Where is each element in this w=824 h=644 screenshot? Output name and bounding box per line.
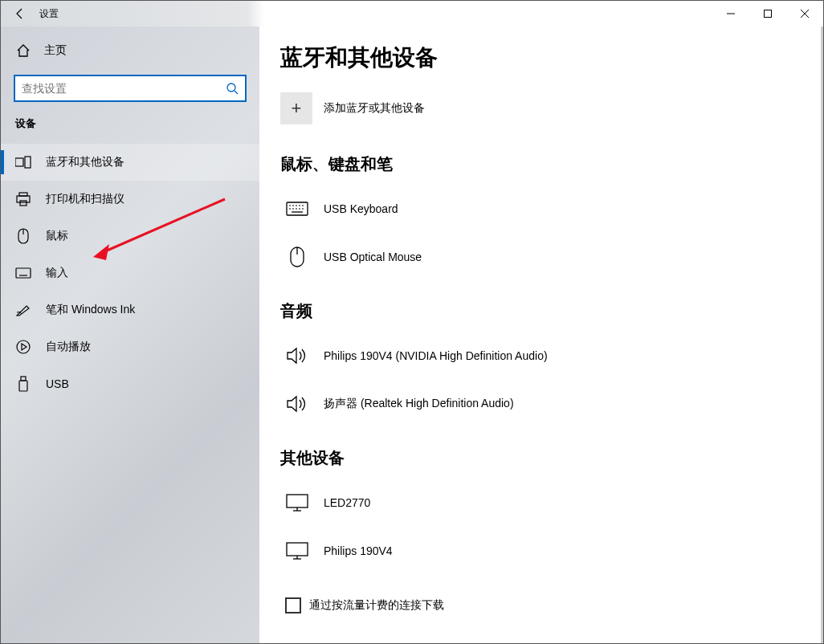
sidebar-item-label: 笔和 Windows Ink (46, 303, 135, 317)
device-row-keyboard[interactable]: USB Keyboard (280, 185, 823, 233)
keyboard-device-icon (285, 202, 309, 216)
minimize-icon (726, 9, 736, 18)
back-arrow-icon (14, 7, 27, 20)
section-heading-input: 鼠标、键盘和笔 (280, 153, 823, 175)
svg-rect-11 (16, 268, 31, 278)
sidebar-item-mouse[interactable]: 鼠标 (1, 218, 259, 255)
svg-rect-30 (287, 495, 308, 507)
sidebar-item-autoplay[interactable]: 自动播放 (1, 328, 259, 365)
svg-rect-4 (15, 158, 23, 166)
section-heading-other: 其他设备 (280, 447, 823, 469)
svg-point-2 (227, 84, 235, 92)
sidebar-item-printers[interactable]: 打印机和扫描仪 (1, 181, 259, 218)
device-label: Philips 190V4 (NVIDIA High Definition Au… (324, 349, 548, 362)
svg-rect-7 (17, 196, 30, 202)
add-device-button[interactable]: + (280, 92, 312, 124)
pen-icon (15, 303, 31, 317)
close-button[interactable] (786, 1, 823, 26)
home-nav[interactable]: 主页 (1, 35, 259, 67)
speaker-icon (285, 394, 309, 414)
device-row-mouse[interactable]: USB Optical Mouse (280, 233, 823, 281)
svg-point-13 (17, 340, 30, 353)
home-icon (15, 43, 31, 58)
mouse-device-icon (285, 247, 309, 267)
sidebar-item-pen[interactable]: 笔和 Windows Ink (1, 291, 259, 328)
device-row-other-1[interactable]: LED2770 (280, 479, 823, 527)
svg-line-3 (235, 91, 238, 94)
svg-rect-14 (21, 377, 26, 381)
sidebar-item-label: 自动播放 (46, 340, 91, 354)
device-row-other-2[interactable]: Philips 190V4 (280, 527, 823, 575)
add-device-row[interactable]: + 添加蓝牙或其他设备 (280, 92, 823, 124)
metered-download-checkbox-row[interactable]: 通过按流量计费的连接下载 (280, 597, 823, 613)
printer-icon (15, 192, 31, 206)
sidebar: 主页 设备 蓝牙和其他设备 打印机和扫描仪 鼠标 (1, 26, 259, 643)
sidebar-group-label: 设备 (1, 115, 259, 131)
plus-icon: + (292, 98, 302, 119)
minimize-button[interactable] (712, 1, 749, 26)
svg-rect-33 (287, 543, 308, 556)
sidebar-item-bluetooth-devices[interactable]: 蓝牙和其他设备 (1, 144, 259, 181)
svg-rect-15 (19, 381, 27, 391)
device-row-audio-1[interactable]: Philips 190V4 (NVIDIA High Definition Au… (280, 332, 823, 380)
sidebar-item-label: 输入 (46, 266, 68, 280)
maximize-icon (763, 9, 773, 18)
svg-rect-1 (765, 10, 772, 18)
search-box[interactable] (14, 75, 247, 102)
maximize-button[interactable] (749, 1, 786, 26)
scrollbar[interactable] (821, 26, 823, 643)
section-heading-audio: 音频 (280, 300, 823, 322)
device-label: USB Keyboard (324, 202, 398, 215)
bluetooth-devices-icon (15, 156, 31, 169)
close-icon (800, 9, 810, 18)
sidebar-item-label: 打印机和扫描仪 (46, 192, 124, 206)
sidebar-item-usb[interactable]: USB (1, 365, 259, 402)
usb-icon (15, 376, 31, 392)
home-label: 主页 (44, 43, 67, 58)
main-panel: 蓝牙和其他设备 + 添加蓝牙或其他设备 鼠标、键盘和笔 USB Keyboard… (259, 26, 823, 643)
device-label: 扬声器 (Realtek High Definition Audio) (324, 397, 514, 411)
checkbox-unchecked[interactable] (285, 597, 301, 613)
search-input[interactable] (22, 82, 226, 95)
svg-rect-5 (25, 157, 31, 168)
sidebar-item-label: 鼠标 (46, 229, 68, 243)
mouse-icon (15, 228, 31, 244)
add-device-label: 添加蓝牙或其他设备 (324, 101, 425, 116)
sidebar-item-typing[interactable]: 输入 (1, 255, 259, 291)
back-button[interactable] (1, 1, 39, 26)
sidebar-item-label: 蓝牙和其他设备 (46, 155, 124, 169)
device-row-audio-2[interactable]: 扬声器 (Realtek High Definition Audio) (280, 380, 823, 428)
title-bar: 设置 (1, 1, 823, 26)
search-icon (226, 82, 239, 95)
sidebar-item-label: USB (46, 377, 69, 390)
page-title: 蓝牙和其他设备 (280, 43, 823, 73)
device-label: Philips 190V4 (324, 544, 393, 557)
svg-rect-6 (19, 193, 27, 196)
monitor-icon (285, 542, 309, 560)
svg-rect-8 (20, 201, 27, 206)
window-title: 设置 (39, 7, 59, 21)
device-label: LED2770 (324, 496, 370, 509)
device-label: USB Optical Mouse (324, 251, 422, 263)
monitor-icon (285, 494, 309, 512)
keyboard-icon (15, 267, 31, 279)
metered-checkbox-label: 通过按流量计费的连接下载 (309, 598, 444, 613)
speaker-icon (285, 346, 309, 365)
autoplay-icon (15, 340, 31, 354)
